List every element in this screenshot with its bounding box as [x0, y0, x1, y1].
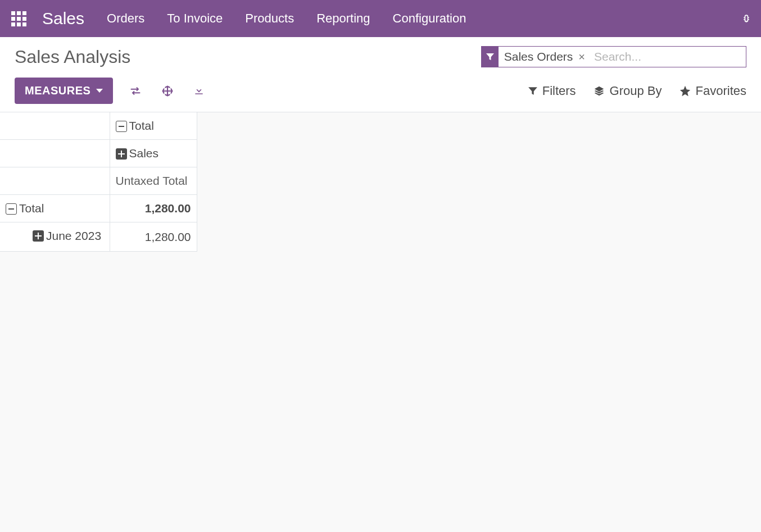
pivot-col-group-header[interactable]: Sales: [110, 140, 197, 167]
collapse-col-icon[interactable]: [116, 121, 127, 132]
filters-label: Filters: [542, 84, 576, 98]
expand-col-icon[interactable]: [116, 148, 127, 160]
pivot-col-total-header[interactable]: Total: [110, 112, 197, 140]
collapse-row-icon[interactable]: [6, 203, 17, 215]
filters-button[interactable]: Filters: [528, 84, 576, 98]
nav-products[interactable]: Products: [245, 11, 294, 26]
expand-all-button[interactable]: [158, 81, 177, 101]
expand-row-icon[interactable]: [33, 230, 44, 242]
pivot-blank-corner: [0, 112, 110, 140]
favorites-button[interactable]: Favorites: [679, 84, 746, 98]
download-button[interactable]: [189, 82, 209, 100]
pivot-row-group-header[interactable]: June 2023: [0, 222, 110, 252]
pivot-row-value: 1,280.00: [110, 222, 197, 252]
favorites-label: Favorites: [696, 84, 746, 98]
facet-remove-icon[interactable]: ×: [578, 51, 590, 63]
group-by-button[interactable]: Group By: [593, 84, 662, 98]
apps-icon[interactable]: [11, 11, 26, 26]
pivot-measure-header[interactable]: Untaxed Total: [110, 167, 197, 195]
filter-funnel-icon: [528, 86, 538, 96]
layers-icon: [593, 85, 605, 97]
pivot-row-total-header[interactable]: Total: [0, 195, 110, 222]
pivot-table: Total Sales Untaxed Total Total 1,280.00…: [0, 112, 197, 252]
caret-down-icon: [96, 89, 103, 93]
search-facet: Sales Orders ×: [482, 47, 590, 67]
filter-icon: [482, 47, 499, 67]
nav-reporting[interactable]: Reporting: [316, 11, 370, 26]
nav-orders[interactable]: Orders: [107, 11, 144, 26]
nav-to-invoice[interactable]: To Invoice: [167, 11, 223, 26]
search-facet-label: Sales Orders: [499, 50, 579, 63]
flip-axis-button[interactable]: [125, 82, 146, 100]
app-brand[interactable]: Sales: [42, 9, 84, 28]
measures-button[interactable]: MEASURES: [15, 78, 113, 104]
bug-icon[interactable]: [741, 13, 751, 24]
measures-label: MEASURES: [25, 84, 90, 97]
search-box[interactable]: Sales Orders ×: [481, 46, 746, 67]
page-title: Sales Analysis: [15, 47, 130, 67]
search-input[interactable]: [590, 47, 746, 67]
group-by-label: Group By: [610, 84, 662, 98]
star-icon: [679, 85, 691, 97]
nav-configuration[interactable]: Configuration: [393, 11, 466, 26]
pivot-total-value: 1,280.00: [110, 195, 197, 222]
